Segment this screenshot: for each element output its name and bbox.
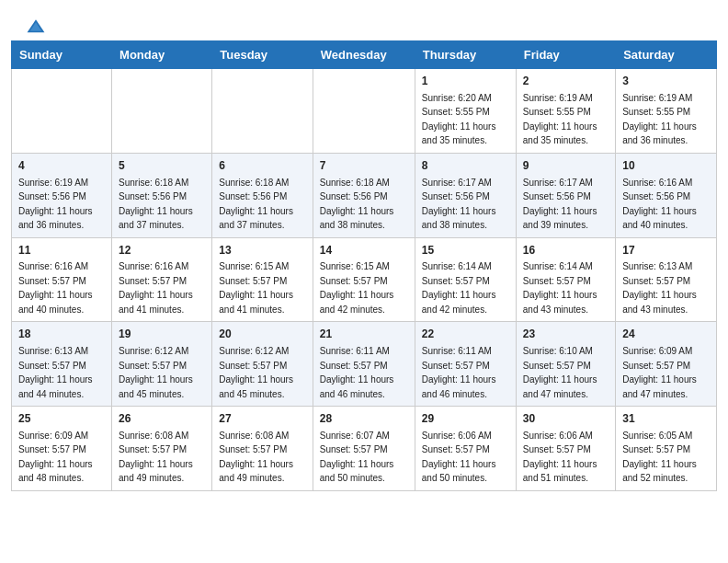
day-info: Sunrise: 6:13 AM Sunset: 5:57 PM Dayligh… xyxy=(18,346,93,399)
day-number: 7 xyxy=(320,158,408,174)
calendar-cell: 8Sunrise: 6:17 AM Sunset: 5:56 PM Daylig… xyxy=(415,153,516,237)
weekday-header: Wednesday xyxy=(313,41,415,69)
day-info: Sunrise: 6:14 AM Sunset: 5:57 PM Dayligh… xyxy=(422,261,496,315)
day-info: Sunrise: 6:16 AM Sunset: 5:57 PM Dayligh… xyxy=(119,261,193,315)
weekday-header: Tuesday xyxy=(212,41,313,69)
calendar-cell: 27Sunrise: 6:08 AM Sunset: 5:57 PM Dayli… xyxy=(212,407,313,491)
calendar-cell: 20Sunrise: 6:12 AM Sunset: 5:57 PM Dayli… xyxy=(212,322,313,407)
calendar-cell xyxy=(212,69,313,154)
calendar-cell xyxy=(112,69,212,154)
calendar-row: 11Sunrise: 6:16 AM Sunset: 5:57 PM Dayli… xyxy=(12,237,717,322)
day-info: Sunrise: 6:11 AM Sunset: 5:57 PM Dayligh… xyxy=(422,346,496,399)
day-number: 4 xyxy=(18,158,105,174)
day-number: 9 xyxy=(523,158,609,174)
day-number: 3 xyxy=(622,74,710,89)
calendar-cell: 18Sunrise: 6:13 AM Sunset: 5:57 PM Dayli… xyxy=(12,322,112,407)
day-info: Sunrise: 6:11 AM Sunset: 5:57 PM Dayligh… xyxy=(320,346,394,399)
day-number: 16 xyxy=(523,243,609,259)
weekday-header: Monday xyxy=(112,41,212,69)
day-info: Sunrise: 6:06 AM Sunset: 5:57 PM Dayligh… xyxy=(422,431,496,484)
calendar-cell: 28Sunrise: 6:07 AM Sunset: 5:57 PM Dayli… xyxy=(313,407,415,491)
day-info: Sunrise: 6:05 AM Sunset: 5:57 PM Dayligh… xyxy=(622,431,697,484)
calendar-cell: 21Sunrise: 6:11 AM Sunset: 5:57 PM Dayli… xyxy=(313,322,415,407)
logo-icon xyxy=(26,17,46,37)
calendar-row: 4Sunrise: 6:19 AM Sunset: 5:56 PM Daylig… xyxy=(12,153,717,237)
day-number: 10 xyxy=(622,158,710,174)
day-info: Sunrise: 6:13 AM Sunset: 5:57 PM Dayligh… xyxy=(622,261,697,315)
day-info: Sunrise: 6:12 AM Sunset: 5:57 PM Dayligh… xyxy=(219,346,293,399)
calendar-cell: 9Sunrise: 6:17 AM Sunset: 5:56 PM Daylig… xyxy=(516,153,615,237)
day-number: 28 xyxy=(320,411,408,427)
day-info: Sunrise: 6:16 AM Sunset: 5:57 PM Dayligh… xyxy=(18,261,93,315)
page-header xyxy=(0,0,728,40)
day-number: 21 xyxy=(320,327,408,342)
day-number: 29 xyxy=(422,411,509,427)
day-number: 24 xyxy=(622,327,710,342)
weekday-header: Thursday xyxy=(415,41,516,69)
day-info: Sunrise: 6:07 AM Sunset: 5:57 PM Dayligh… xyxy=(320,431,394,484)
day-info: Sunrise: 6:06 AM Sunset: 5:57 PM Dayligh… xyxy=(523,431,597,484)
day-number: 31 xyxy=(622,411,710,427)
day-info: Sunrise: 6:19 AM Sunset: 5:55 PM Dayligh… xyxy=(523,93,597,146)
calendar-cell: 10Sunrise: 6:16 AM Sunset: 5:56 PM Dayli… xyxy=(616,153,717,237)
calendar-cell: 30Sunrise: 6:06 AM Sunset: 5:57 PM Dayli… xyxy=(516,407,615,491)
day-info: Sunrise: 6:17 AM Sunset: 5:56 PM Dayligh… xyxy=(523,178,597,231)
day-info: Sunrise: 6:19 AM Sunset: 5:55 PM Dayligh… xyxy=(622,93,697,146)
day-number: 18 xyxy=(18,327,105,342)
calendar-cell: 16Sunrise: 6:14 AM Sunset: 5:57 PM Dayli… xyxy=(516,237,615,322)
day-number: 8 xyxy=(422,158,509,174)
calendar-header-row: SundayMondayTuesdayWednesdayThursdayFrid… xyxy=(12,41,717,69)
calendar-wrapper: SundayMondayTuesdayWednesdayThursdayFrid… xyxy=(0,40,728,502)
calendar-cell: 7Sunrise: 6:18 AM Sunset: 5:56 PM Daylig… xyxy=(313,153,415,237)
day-info: Sunrise: 6:09 AM Sunset: 5:57 PM Dayligh… xyxy=(18,431,93,484)
calendar-cell: 3Sunrise: 6:19 AM Sunset: 5:55 PM Daylig… xyxy=(616,69,717,154)
day-info: Sunrise: 6:09 AM Sunset: 5:57 PM Dayligh… xyxy=(622,346,697,399)
day-number: 20 xyxy=(219,327,305,342)
calendar-cell: 6Sunrise: 6:18 AM Sunset: 5:56 PM Daylig… xyxy=(212,153,313,237)
day-info: Sunrise: 6:10 AM Sunset: 5:57 PM Dayligh… xyxy=(523,346,597,399)
day-info: Sunrise: 6:16 AM Sunset: 5:56 PM Dayligh… xyxy=(622,178,697,231)
calendar-row: 1Sunrise: 6:20 AM Sunset: 5:55 PM Daylig… xyxy=(12,69,717,154)
day-number: 19 xyxy=(119,327,205,342)
weekday-header: Saturday xyxy=(616,41,717,69)
calendar-cell: 12Sunrise: 6:16 AM Sunset: 5:57 PM Dayli… xyxy=(112,237,212,322)
calendar-cell: 4Sunrise: 6:19 AM Sunset: 5:56 PM Daylig… xyxy=(12,153,112,237)
calendar-cell: 23Sunrise: 6:10 AM Sunset: 5:57 PM Dayli… xyxy=(516,322,615,407)
calendar-table: SundayMondayTuesdayWednesdayThursdayFrid… xyxy=(11,40,717,491)
day-info: Sunrise: 6:17 AM Sunset: 5:56 PM Dayligh… xyxy=(422,178,496,231)
day-number: 5 xyxy=(119,158,205,174)
calendar-row: 25Sunrise: 6:09 AM Sunset: 5:57 PM Dayli… xyxy=(12,407,717,491)
calendar-row: 18Sunrise: 6:13 AM Sunset: 5:57 PM Dayli… xyxy=(12,322,717,407)
weekday-header: Friday xyxy=(516,41,615,69)
day-info: Sunrise: 6:20 AM Sunset: 5:55 PM Dayligh… xyxy=(422,93,496,146)
day-info: Sunrise: 6:18 AM Sunset: 5:56 PM Dayligh… xyxy=(320,178,394,231)
calendar-cell: 5Sunrise: 6:18 AM Sunset: 5:56 PM Daylig… xyxy=(112,153,212,237)
calendar-cell: 11Sunrise: 6:16 AM Sunset: 5:57 PM Dayli… xyxy=(12,237,112,322)
day-number: 15 xyxy=(422,243,509,259)
day-info: Sunrise: 6:15 AM Sunset: 5:57 PM Dayligh… xyxy=(320,261,394,315)
day-number: 12 xyxy=(119,243,205,259)
day-info: Sunrise: 6:12 AM Sunset: 5:57 PM Dayligh… xyxy=(119,346,193,399)
day-number: 1 xyxy=(422,74,509,89)
day-info: Sunrise: 6:08 AM Sunset: 5:57 PM Dayligh… xyxy=(219,431,293,484)
calendar-cell: 13Sunrise: 6:15 AM Sunset: 5:57 PM Dayli… xyxy=(212,237,313,322)
calendar-cell xyxy=(12,69,112,154)
day-number: 23 xyxy=(523,327,609,342)
calendar-cell: 22Sunrise: 6:11 AM Sunset: 5:57 PM Dayli… xyxy=(415,322,516,407)
calendar-cell: 15Sunrise: 6:14 AM Sunset: 5:57 PM Dayli… xyxy=(415,237,516,322)
day-info: Sunrise: 6:19 AM Sunset: 5:56 PM Dayligh… xyxy=(18,178,93,231)
calendar-cell: 17Sunrise: 6:13 AM Sunset: 5:57 PM Dayli… xyxy=(616,237,717,322)
calendar-cell: 31Sunrise: 6:05 AM Sunset: 5:57 PM Dayli… xyxy=(616,407,717,491)
day-info: Sunrise: 6:18 AM Sunset: 5:56 PM Dayligh… xyxy=(119,178,193,231)
calendar-cell: 2Sunrise: 6:19 AM Sunset: 5:55 PM Daylig… xyxy=(516,69,615,154)
day-number: 22 xyxy=(422,327,509,342)
day-info: Sunrise: 6:15 AM Sunset: 5:57 PM Dayligh… xyxy=(219,261,293,315)
weekday-header: Sunday xyxy=(12,41,112,69)
day-number: 11 xyxy=(18,243,105,259)
calendar-cell: 14Sunrise: 6:15 AM Sunset: 5:57 PM Dayli… xyxy=(313,237,415,322)
calendar-cell: 25Sunrise: 6:09 AM Sunset: 5:57 PM Dayli… xyxy=(12,407,112,491)
calendar-cell xyxy=(313,69,415,154)
day-number: 17 xyxy=(622,243,710,259)
day-number: 25 xyxy=(18,411,105,427)
day-number: 6 xyxy=(219,158,305,174)
